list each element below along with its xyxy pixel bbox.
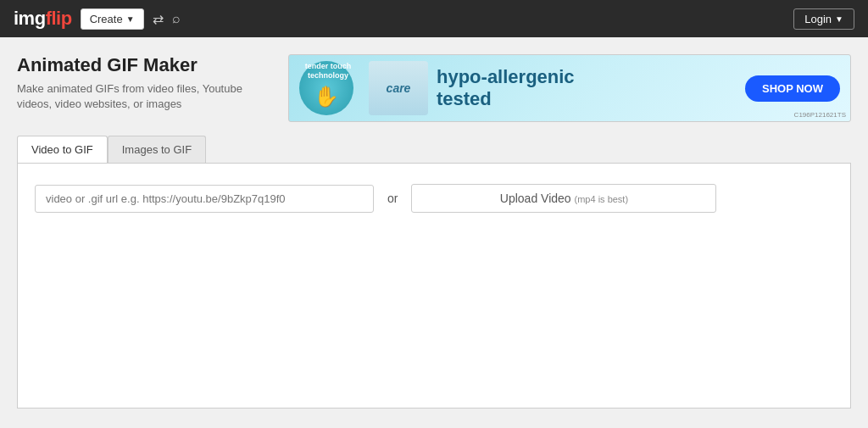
video-url-input[interactable] [35,185,374,213]
page-info: Animated GIF Maker Make animated GIFs fr… [17,54,271,112]
main-content: Animated GIF Maker Make animated GIFs fr… [0,37,868,428]
upload-video-button[interactable]: Upload Video (mp4 is best) [411,184,716,213]
content-panel: or Upload Video (mp4 is best) [17,163,851,409]
upload-note: (mp4 is best) [575,194,629,204]
page-subtitle-text: Make animated GIFs from video files, You… [17,82,242,110]
ad-text-section: hypo-allergenic tested [437,66,745,111]
input-row: or Upload Video (mp4 is best) [35,184,833,213]
create-button[interactable]: Create ▼ [81,8,144,30]
ad-shop-button[interactable]: SHOP NOW [745,75,840,102]
page-subtitle: Make animated GIFs from video files, You… [17,81,271,112]
page-title: Animated GIF Maker [17,54,271,76]
shuffle-icon[interactable]: ⇄ [153,11,164,27]
create-label: Create [90,13,123,25]
header-right: Login ▼ [793,8,854,30]
tab-video-to-gif[interactable]: Video to GIF [17,136,108,163]
login-dropdown-arrow: ▼ [835,14,843,24]
logo: imgflip [14,8,72,30]
logo-flip: flip [46,8,72,30]
ad-product-label: care [387,81,411,95]
top-section: Animated GIF Maker Make animated GIFs fr… [17,54,851,122]
tab-images-label: Images to GIF [122,143,192,156]
or-label: or [387,192,398,205]
upload-label: Upload Video [500,192,571,205]
tab-video-label: Video to GIF [31,143,93,156]
ad-footer-code: C196P121621TS [794,111,846,119]
header: imgflip Create ▼ ⇄ ⌕ Login ▼ [0,0,868,37]
search-icon[interactable]: ⌕ [172,11,181,26]
login-label: Login [804,13,832,25]
header-left: imgflip Create ▼ ⇄ ⌕ [14,8,181,30]
ad-circle: tender touch technology ✋ [299,61,353,115]
create-dropdown-arrow: ▼ [126,14,135,24]
ad-product-image: care [369,61,428,115]
logo-img: img [14,8,46,30]
tab-images-to-gif[interactable]: Images to GIF [108,136,206,163]
ad-brand-text: tender touch technology [301,62,355,81]
ad-headline: hypo-allergenic tested [437,66,745,111]
hand-icon: ✋ [314,85,339,108]
tabs: Video to GIF Images to GIF [17,136,851,163]
ad-banner: tender touch technology ✋ care hypo-alle… [288,54,851,122]
login-button[interactable]: Login ▼ [793,8,854,30]
